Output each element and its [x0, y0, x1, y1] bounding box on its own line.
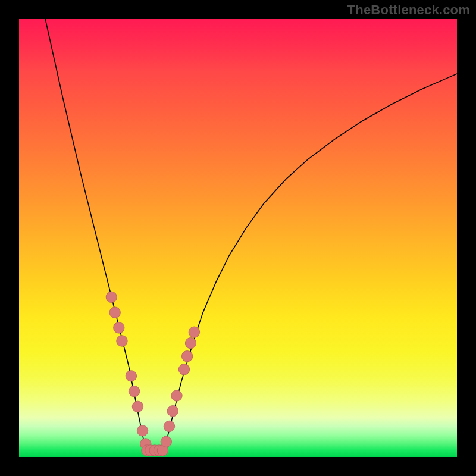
data-marker: [167, 406, 178, 416]
data-marker: [129, 386, 139, 396]
watermark-label: TheBottleneck.com: [347, 2, 470, 18]
data-marker: [164, 421, 174, 431]
data-marker: [109, 307, 120, 318]
data-marker: [126, 371, 136, 381]
data-marker: [117, 336, 127, 346]
chart-frame: TheBottleneck.com: [0, 0, 476, 476]
data-marker: [189, 327, 199, 337]
curve-group: [45, 19, 457, 450]
data-marker: [106, 292, 117, 302]
data-marker: [132, 401, 143, 412]
curve-segment: [45, 19, 146, 450]
data-marker: [185, 337, 196, 348]
data-marker: [171, 390, 182, 401]
data-marker: [137, 425, 148, 436]
data-marker: [178, 364, 189, 375]
data-marker: [161, 436, 171, 447]
curve-segment: [164, 74, 457, 450]
data-marker: [114, 322, 124, 333]
plot-area: [19, 19, 457, 457]
marker-group: [106, 292, 200, 456]
chart-svg: [19, 19, 457, 457]
data-marker: [181, 351, 192, 362]
